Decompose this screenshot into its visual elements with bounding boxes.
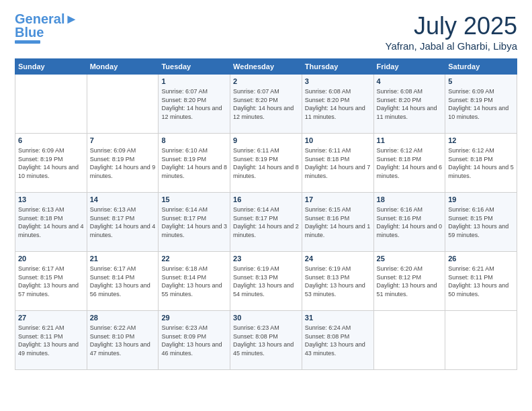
table-row: 17Sunrise: 6:15 AMSunset: 8:16 PMDayligh… [302,193,373,252]
table-row: 15Sunrise: 6:14 AMSunset: 8:17 PMDayligh… [159,193,230,252]
table-row: 25Sunrise: 6:20 AMSunset: 8:12 PMDayligh… [373,252,445,311]
table-row: 19Sunrise: 6:16 AMSunset: 8:15 PMDayligh… [445,193,517,252]
day-number: 28 [90,313,156,323]
table-row: 12Sunrise: 6:12 AMSunset: 8:18 PMDayligh… [445,134,517,193]
day-number: 21 [90,254,156,264]
table-row: 14Sunrise: 6:13 AMSunset: 8:17 PMDayligh… [87,193,159,252]
day-detail: Sunrise: 6:19 AMSunset: 8:13 PMDaylight:… [233,265,294,298]
day-number: 8 [161,136,227,146]
table-row: 18Sunrise: 6:16 AMSunset: 8:16 PMDayligh… [373,193,445,252]
day-detail: Sunrise: 6:14 AMSunset: 8:17 PMDaylight:… [161,206,227,238]
table-row: 30Sunrise: 6:23 AMSunset: 8:08 PMDayligh… [230,311,302,370]
day-number: 14 [90,195,156,205]
day-number: 23 [233,254,299,264]
day-detail: Sunrise: 6:11 AMSunset: 8:19 PMDaylight:… [233,147,299,179]
day-number: 2 [233,77,299,87]
day-number: 24 [305,254,371,264]
table-row: 13Sunrise: 6:13 AMSunset: 8:18 PMDayligh… [15,193,87,252]
table-row: 2Sunrise: 6:07 AMSunset: 8:20 PMDaylight… [230,75,302,134]
logo: General► Blue [15,12,78,44]
day-number: 1 [161,77,227,87]
table-row: 9Sunrise: 6:11 AMSunset: 8:19 PMDaylight… [230,134,302,193]
day-detail: Sunrise: 6:22 AMSunset: 8:10 PMDaylight:… [90,324,150,357]
day-detail: Sunrise: 6:15 AMSunset: 8:16 PMDaylight:… [305,206,371,238]
day-number: 25 [377,254,443,264]
day-detail: Sunrise: 6:09 AMSunset: 8:19 PMDaylight:… [90,147,156,179]
table-row: 5Sunrise: 6:09 AMSunset: 8:19 PMDaylight… [445,75,517,134]
day-number: 3 [305,77,371,87]
table-row [15,75,87,134]
day-detail: Sunrise: 6:23 AMSunset: 8:08 PMDaylight:… [233,324,294,357]
day-number: 4 [377,77,443,87]
table-row: 8Sunrise: 6:10 AMSunset: 8:19 PMDaylight… [159,134,230,193]
table-row [445,311,517,370]
day-number: 15 [161,195,227,205]
day-number: 30 [233,313,299,323]
day-number: 22 [161,254,227,264]
table-row: 24Sunrise: 6:19 AMSunset: 8:13 PMDayligh… [302,252,373,311]
day-number: 5 [448,77,514,87]
day-detail: Sunrise: 6:12 AMSunset: 8:18 PMDaylight:… [448,147,514,179]
day-detail: Sunrise: 6:23 AMSunset: 8:09 PMDaylight:… [161,324,222,357]
table-row [87,75,159,134]
table-row: 16Sunrise: 6:14 AMSunset: 8:17 PMDayligh… [230,193,302,252]
day-detail: Sunrise: 6:21 AMSunset: 8:11 PMDaylight:… [448,265,508,298]
day-number: 27 [18,313,84,323]
table-row: 3Sunrise: 6:08 AMSunset: 8:20 PMDaylight… [302,75,373,134]
table-row: 1Sunrise: 6:07 AMSunset: 8:20 PMDaylight… [159,75,230,134]
calendar-header-row: Sunday Monday Tuesday Wednesday Thursday… [15,59,517,75]
table-row: 6Sunrise: 6:09 AMSunset: 8:19 PMDaylight… [15,134,87,193]
day-detail: Sunrise: 6:24 AMSunset: 8:08 PMDaylight:… [305,324,365,357]
table-row: 27Sunrise: 6:21 AMSunset: 8:11 PMDayligh… [15,311,87,370]
page-header: General► Blue July 2025 Yafran, Jabal al… [15,12,517,52]
title-block: July 2025 Yafran, Jabal al Gharbi, Libya [385,12,517,52]
table-row: 23Sunrise: 6:19 AMSunset: 8:13 PMDayligh… [230,252,302,311]
day-detail: Sunrise: 6:18 AMSunset: 8:14 PMDaylight:… [161,265,222,298]
logo-underline [15,40,40,44]
table-row: 31Sunrise: 6:24 AMSunset: 8:08 PMDayligh… [302,311,373,370]
day-detail: Sunrise: 6:07 AMSunset: 8:20 PMDaylight:… [161,88,222,120]
day-detail: Sunrise: 6:14 AMSunset: 8:17 PMDaylight:… [233,206,299,238]
table-row: 21Sunrise: 6:17 AMSunset: 8:14 PMDayligh… [87,252,159,311]
day-detail: Sunrise: 6:11 AMSunset: 8:18 PMDaylight:… [305,147,371,179]
day-detail: Sunrise: 6:12 AMSunset: 8:18 PMDaylight:… [377,147,443,179]
col-saturday: Saturday [445,59,517,75]
day-detail: Sunrise: 6:07 AMSunset: 8:20 PMDaylight:… [233,88,294,120]
day-number: 7 [90,136,156,146]
day-number: 10 [305,136,371,146]
day-number: 16 [233,195,299,205]
table-row: 10Sunrise: 6:11 AMSunset: 8:18 PMDayligh… [302,134,373,193]
day-number: 19 [448,195,514,205]
calendar-table: Sunday Monday Tuesday Wednesday Thursday… [15,58,517,370]
day-number: 11 [377,136,443,146]
day-detail: Sunrise: 6:17 AMSunset: 8:14 PMDaylight:… [90,265,150,298]
day-detail: Sunrise: 6:17 AMSunset: 8:15 PMDaylight:… [18,265,79,298]
col-thursday: Thursday [302,59,373,75]
table-row: 20Sunrise: 6:17 AMSunset: 8:15 PMDayligh… [15,252,87,311]
table-row: 29Sunrise: 6:23 AMSunset: 8:09 PMDayligh… [159,311,230,370]
day-detail: Sunrise: 6:21 AMSunset: 8:11 PMDaylight:… [18,324,79,357]
table-row [373,311,445,370]
day-number: 18 [377,195,443,205]
day-detail: Sunrise: 6:16 AMSunset: 8:15 PMDaylight:… [448,206,508,238]
day-number: 13 [18,195,84,205]
logo-general: General [15,11,64,26]
day-detail: Sunrise: 6:13 AMSunset: 8:17 PMDaylight:… [90,206,156,238]
day-detail: Sunrise: 6:09 AMSunset: 8:19 PMDaylight:… [448,88,508,120]
table-row: 22Sunrise: 6:18 AMSunset: 8:14 PMDayligh… [159,252,230,311]
col-wednesday: Wednesday [230,59,302,75]
day-number: 31 [305,313,371,323]
table-row: 26Sunrise: 6:21 AMSunset: 8:11 PMDayligh… [445,252,517,311]
day-detail: Sunrise: 6:08 AMSunset: 8:20 PMDaylight:… [377,88,437,120]
col-sunday: Sunday [15,59,87,75]
table-row: 11Sunrise: 6:12 AMSunset: 8:18 PMDayligh… [373,134,445,193]
logo-blue: ► [64,11,78,26]
col-tuesday: Tuesday [159,59,230,75]
day-number: 9 [233,136,299,146]
main-title: July 2025 [385,12,517,40]
day-detail: Sunrise: 6:20 AMSunset: 8:12 PMDaylight:… [377,265,437,298]
logo-blue-word: Blue [15,26,44,39]
col-friday: Friday [373,59,445,75]
day-detail: Sunrise: 6:13 AMSunset: 8:18 PMDaylight:… [18,206,84,238]
day-detail: Sunrise: 6:10 AMSunset: 8:19 PMDaylight:… [161,147,227,179]
